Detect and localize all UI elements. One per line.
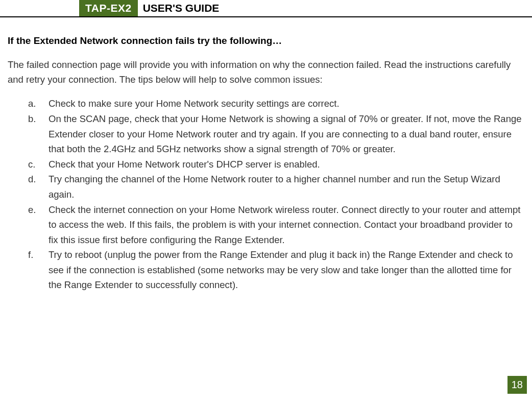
list-marker: c. [28,157,35,172]
intro-paragraph: The failed connection page will provide … [8,58,524,87]
list-item-text: Try to reboot (unplug the power from the… [49,249,513,290]
list-marker: e. [28,202,36,218]
list-item: b. On the SCAN page, check that your Hom… [28,111,524,157]
list-item-text: Check to make sure your Home Network sec… [49,98,340,109]
list-item-text: Try changing the channel of the Home Net… [49,174,500,200]
list-item-text: On the SCAN page, check that your Home N… [49,113,522,154]
page-content: If the Extended Network connection fails… [0,17,532,293]
guide-title: USER'S GUIDE [138,0,220,16]
list-item: d. Try changing the channel of the Home … [28,172,524,202]
list-item: c. Check that your Home Network router's… [28,157,524,172]
list-marker: b. [28,111,36,127]
header-spacer [0,0,79,16]
page-number: 18 [507,376,527,394]
header-right-spacer [219,0,532,16]
list-item: f. Try to reboot (unplug the power from … [28,247,524,293]
document-header: TAP-EX2 USER'S GUIDE [0,0,532,17]
list-marker: a. [28,96,36,111]
tips-list: a. Check to make sure your Home Network … [8,96,524,293]
list-marker: d. [28,172,36,187]
list-item: e. Check the internet connection on your… [28,202,524,248]
list-marker: f. [28,247,33,263]
product-badge: TAP-EX2 [79,0,138,16]
list-item-text: Check that your Home Network router's DH… [49,159,320,170]
section-heading: If the Extended Network connection fails… [8,35,524,46]
list-item: a. Check to make sure your Home Network … [28,96,524,111]
list-item-text: Check the internet connection on your Ho… [49,204,520,245]
